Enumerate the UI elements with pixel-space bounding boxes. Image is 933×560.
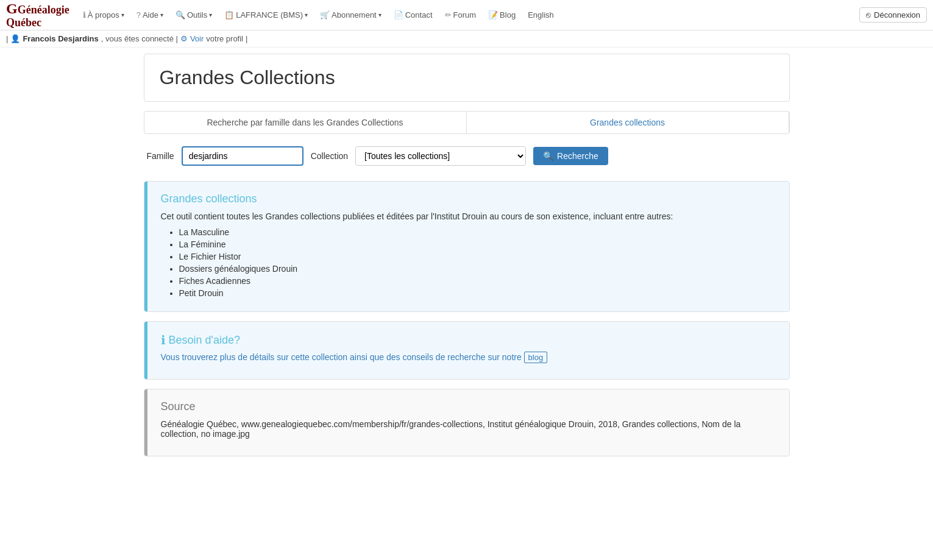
dropdown-caret: ▾ [305,12,308,18]
nav-forum[interactable]: ✏ Forum [440,10,481,19]
source-panel: Source Généalogie Québec, www.genealogie… [144,389,790,456]
aide-body: ℹ Besoin d'aide? Vous trouverez plus de … [147,322,789,379]
nav-english[interactable]: English [523,10,559,19]
tab-recherche[interactable]: Recherche par famille dans les Grandes C… [144,112,467,133]
navbar: GGénéalogie Québec ℹ À propos ▾ ? Aide ▾… [0,0,933,30]
brand-line1: Généalogie [18,4,69,16]
page-title-box: Grandes Collections [144,54,790,102]
tabs-bar: Recherche par famille dans les Grandes C… [144,111,790,134]
user-bar: | 👤 Francois Desjardins , vous êtes conn… [0,30,933,48]
dropdown-caret: ▾ [378,12,381,18]
nav-aide[interactable]: ? Aide ▾ [132,10,168,19]
search-nav-icon: 🔍 [176,10,185,19]
recherche-button[interactable]: 🔍 Recherche [533,147,608,165]
forum-icon: ✏ [445,10,452,19]
list-item: Le Fichier Histor [179,252,776,261]
nav-abonnement[interactable]: 🛒 Abonnement ▾ [315,10,386,19]
nav-contact[interactable]: 📄 Contact [389,10,438,19]
dropdown-caret: ▾ [160,12,163,18]
collection-label: Collection [311,151,348,161]
voir-suffix: votre profil [206,34,243,43]
connected-text: , vous êtes connecté | [101,34,178,43]
page-title: Grandes Collections [160,66,774,89]
list-item: La Féminine [179,239,776,249]
contact-icon: 📄 [394,10,403,19]
famille-label: Famille [147,151,174,161]
grandes-collections-panel: Grandes collections Cet outil contient t… [144,181,790,312]
page-content: Grandes Collections Recherche par famill… [132,48,802,472]
logout-icon: ⎋ [866,10,871,19]
question-icon: ? [137,10,141,19]
list-item: Petit Drouin [179,288,776,298]
brand-line2: Québec [6,16,41,29]
list-item: Fiches Acadiennes [179,276,776,286]
source-body: Source Généalogie Québec, www.genealogie… [147,389,789,456]
blog-badge[interactable]: blog [524,352,548,363]
famille-input[interactable] [182,146,303,166]
voir-profil-link[interactable]: Voir [190,34,204,43]
list-item: La Masculine [179,227,776,237]
blog-icon: 📝 [488,10,498,19]
dropdown-caret: ▾ [209,12,212,18]
nav-outils[interactable]: 🔍 Outils ▾ [171,10,217,19]
aide-text: Vous trouverez plus de détails sur cette… [161,352,776,362]
deconnexion-button[interactable]: ⎋ Déconnexion [859,7,927,23]
search-button-icon: 🔍 [543,151,553,161]
info-icon: ℹ [83,10,86,19]
info-circle-icon: ℹ [161,333,166,347]
source-text: Généalogie Québec, www.genealogiequebec.… [161,419,776,439]
list-item: Dossiers généalogiques Drouin [179,264,776,274]
aide-panel: ℹ Besoin d'aide? Vous trouverez plus de … [144,321,790,380]
cart-icon: 🛒 [320,10,330,19]
file-icon: 📋 [224,10,234,19]
nav-a-propos[interactable]: ℹ À propos ▾ [78,10,129,19]
aide-title: Besoin d'aide? [169,334,241,347]
collections-list: La Masculine La Féminine Le Fichier Hist… [179,227,776,298]
panel-title: Grandes collections [161,193,776,205]
nav-lafrance[interactable]: 📋 LAFRANCE (BMS) ▾ [219,10,313,19]
nav-blog[interactable]: 📝 Blog [483,10,520,19]
username: Francois Desjardins [23,34,98,43]
user-icon: 👤 [10,34,20,43]
brand-logo[interactable]: GGénéalogie Québec [6,1,69,29]
panel-body-collections: Grandes collections Cet outil contient t… [147,182,789,311]
dropdown-caret: ▾ [121,12,124,18]
panel-intro: Cet outil contient toutes les Grandes co… [161,211,776,221]
gear-icon: ⚙ [180,34,188,43]
search-form: Famille Collection [Toutes les collectio… [144,146,790,166]
source-title: Source [161,400,776,413]
tab-grandes-collections[interactable]: Grandes collections [467,112,789,133]
collection-select[interactable]: [Toutes les collections] La Masculine La… [355,146,526,166]
